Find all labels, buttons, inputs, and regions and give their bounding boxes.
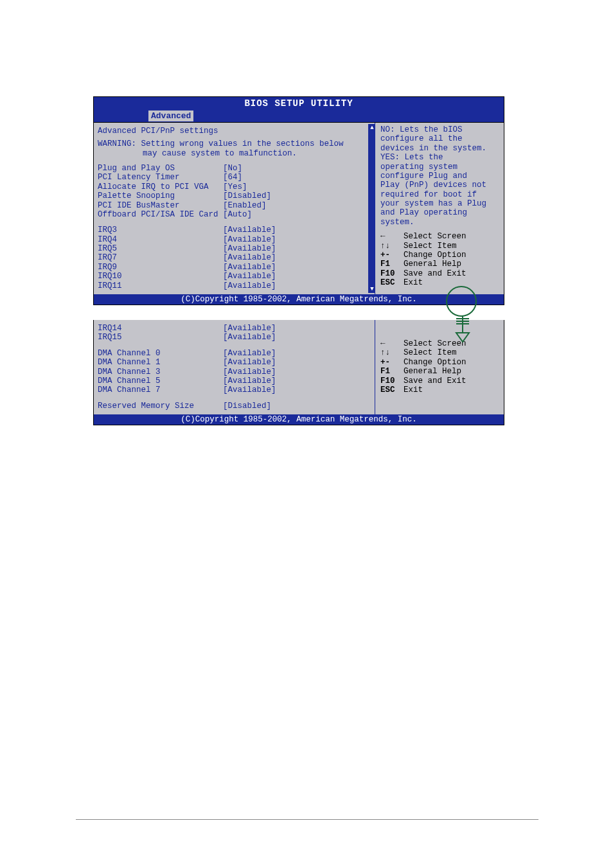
- copyright-text-2: (C)Copyright 1985-2002, American Megatre…: [181, 415, 417, 424]
- option-label: IRQ5: [98, 244, 223, 253]
- esc-key: ESC: [380, 385, 404, 394]
- help-line: your system has a Plug: [380, 199, 500, 208]
- option-row[interactable]: IRQ9[Available]: [98, 263, 371, 272]
- option-value[interactable]: [Disabled]: [223, 191, 371, 200]
- warning-line1: WARNING: Setting wrong values in the sec…: [98, 139, 371, 149]
- option-row[interactable]: IRQ4[Available]: [98, 235, 371, 244]
- bios-window: BIOS SETUP UTILITY Advanced ▲ ▼ Advanced…: [93, 96, 504, 305]
- option-row[interactable]: IRQ14[Available]: [98, 324, 371, 333]
- right-help-panel-2: ←Select Screen ↑↓Select Item +-Change Op…: [375, 320, 504, 414]
- option-value[interactable]: [Available]: [223, 281, 371, 290]
- menu-tab-advanced[interactable]: Advanced: [148, 111, 193, 121]
- option-row[interactable]: Reserved Memory Size[Disabled]: [98, 402, 371, 411]
- option-value[interactable]: [Available]: [223, 324, 371, 333]
- option-label: IRQ14: [98, 324, 223, 333]
- help-line: operating system: [380, 163, 500, 172]
- option-value[interactable]: [64]: [223, 173, 371, 182]
- option-value[interactable]: [Available]: [223, 333, 371, 342]
- help-line: Play (PnP) devices not: [380, 181, 500, 190]
- option-value[interactable]: [Available]: [223, 272, 371, 281]
- option-row[interactable]: IRQ10[Available]: [98, 272, 371, 281]
- key-desc: Select Screen: [404, 232, 466, 241]
- option-row[interactable]: Allocate IRQ to PCI VGA[Yes]: [98, 182, 371, 191]
- key-desc: General Help: [404, 260, 461, 269]
- key-legend-2: ←Select Screen ↑↓Select Item +-Change Op…: [380, 339, 500, 394]
- option-label: DMA Channel 0: [98, 349, 223, 358]
- option-value[interactable]: [Available]: [223, 263, 371, 272]
- option-value[interactable]: [Yes]: [223, 182, 371, 191]
- help-line: NO: Lets the bIOS: [380, 125, 500, 134]
- option-value[interactable]: [No]: [223, 164, 371, 173]
- right-help-panel: NO: Lets the bIOS configure all the devi…: [375, 123, 504, 294]
- option-row[interactable]: IRQ11[Available]: [98, 281, 371, 290]
- option-value[interactable]: [Available]: [223, 349, 371, 358]
- option-row[interactable]: Offboard PCI/ISA IDE Card[Auto]: [98, 210, 371, 219]
- f1-key: F1: [380, 260, 404, 269]
- option-value[interactable]: [Available]: [223, 385, 371, 394]
- option-label: IRQ11: [98, 281, 223, 290]
- plusminus-icon: +-: [380, 358, 404, 367]
- key-desc: Exit: [404, 278, 423, 287]
- option-value[interactable]: [Disabled]: [223, 402, 371, 411]
- option-row[interactable]: DMA Channel 0[Available]: [98, 349, 371, 358]
- key-desc: Select Item: [404, 242, 457, 251]
- f10-key: F10: [380, 269, 404, 278]
- option-label: IRQ3: [98, 226, 223, 235]
- warning-line2: may cause system to malfunction.: [98, 149, 371, 159]
- plusminus-icon: +-: [380, 251, 404, 260]
- option-value[interactable]: [Available]: [223, 358, 371, 367]
- f1-key: F1: [380, 367, 404, 376]
- footer-divider: [76, 819, 538, 820]
- left-panel-2: IRQ14[Available] IRQ15[Available] DMA Ch…: [94, 320, 375, 414]
- key-desc: Save and Exit: [404, 376, 466, 385]
- help-line: system.: [380, 218, 500, 227]
- key-desc: Exit: [404, 385, 423, 394]
- title-text: BIOS SETUP UTILITY: [244, 98, 353, 109]
- option-value[interactable]: [Enabled]: [223, 201, 371, 210]
- section-heading: Advanced PCI/PnP settings: [98, 127, 371, 136]
- option-label: IRQ15: [98, 333, 223, 342]
- help-text: NO: Lets the bIOS configure all the devi…: [380, 125, 500, 227]
- option-value[interactable]: [Available]: [223, 226, 371, 235]
- arrow-ud-icon: ↑↓: [380, 348, 404, 357]
- copyright-bar: (C)Copyright 1985-2002, American Megatre…: [94, 294, 504, 305]
- option-row[interactable]: DMA Channel 3[Available]: [98, 368, 371, 376]
- option-value[interactable]: [Available]: [223, 244, 371, 253]
- help-line: and Play operating: [380, 208, 500, 217]
- option-label: DMA Channel 5: [98, 376, 223, 385]
- help-line: configure all the: [380, 134, 500, 143]
- option-label: IRQ7: [98, 253, 223, 262]
- option-label: Palette Snooping: [98, 191, 223, 200]
- option-row[interactable]: Plug and Play OS[No]: [98, 164, 371, 173]
- key-desc: Change Option: [404, 251, 466, 260]
- key-desc: Select Screen: [404, 339, 466, 348]
- option-label: PCI Latency Timer: [98, 173, 223, 182]
- title-bar: BIOS SETUP UTILITY: [94, 97, 504, 110]
- left-panel: ▲ ▼ Advanced PCI/PnP settings WARNING: S…: [94, 123, 375, 294]
- option-row[interactable]: Palette Snooping[Disabled]: [98, 191, 371, 200]
- option-value[interactable]: [Auto]: [223, 210, 371, 219]
- option-label: DMA Channel 1: [98, 358, 223, 367]
- copyright-text: (C)Copyright 1985-2002, American Megatre…: [181, 295, 417, 304]
- option-value[interactable]: [Available]: [223, 253, 371, 262]
- option-row[interactable]: DMA Channel 5[Available]: [98, 376, 371, 385]
- option-row[interactable]: DMA Channel 7[Available]: [98, 385, 371, 394]
- content-area-2: IRQ14[Available] IRQ15[Available] DMA Ch…: [94, 320, 504, 414]
- option-row[interactable]: PCI Latency Timer[64]: [98, 173, 371, 182]
- option-label: Reserved Memory Size: [98, 402, 223, 411]
- option-label: DMA Channel 7: [98, 385, 223, 394]
- option-row[interactable]: IRQ15[Available]: [98, 333, 371, 342]
- key-desc: Change Option: [404, 358, 466, 367]
- help-line: required for boot if: [380, 190, 500, 199]
- option-row[interactable]: IRQ3[Available]: [98, 226, 371, 235]
- arrow-lr-icon: ←: [380, 339, 404, 348]
- option-row[interactable]: IRQ7[Available]: [98, 253, 371, 262]
- option-value[interactable]: [Available]: [223, 368, 371, 376]
- option-value[interactable]: [Available]: [223, 376, 371, 385]
- option-row[interactable]: IRQ5[Available]: [98, 244, 371, 253]
- option-row[interactable]: DMA Channel 1[Available]: [98, 358, 371, 367]
- option-row[interactable]: PCI IDE BusMaster[Enabled]: [98, 201, 371, 210]
- arrow-ud-icon: ↑↓: [380, 242, 404, 251]
- option-value[interactable]: [Available]: [223, 235, 371, 244]
- menu-bar[interactable]: Advanced: [94, 110, 504, 122]
